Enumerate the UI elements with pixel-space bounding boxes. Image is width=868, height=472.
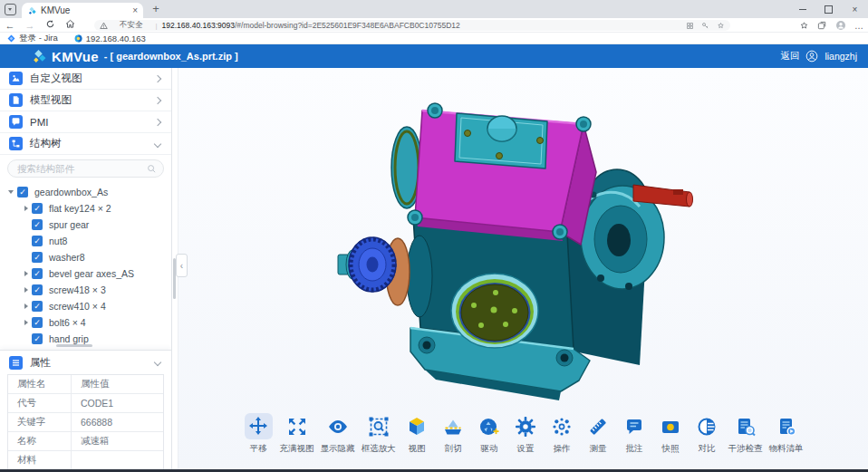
- gearbox-3d-model[interactable]: [336, 77, 708, 414]
- caret-right-icon[interactable]: [22, 204, 32, 213]
- checkbox[interactable]: [32, 268, 43, 279]
- tool-label: 批注: [626, 443, 643, 455]
- bom-list-icon: [772, 413, 800, 439]
- sidebar-item-label: 模型视图: [30, 93, 155, 107]
- model-views-icon: [9, 93, 23, 107]
- property-name: 材料: [8, 451, 72, 469]
- window-minimize-icon[interactable]: [789, 0, 815, 18]
- bookmark-site[interactable]: 192.168.40.163: [74, 34, 146, 43]
- tool-label: 驱动: [481, 443, 498, 455]
- tool-show-hide[interactable]: 显示隐藏: [321, 413, 355, 455]
- model-viewport[interactable]: 平移 充满视图 显示隐藏 框选放大 视图: [178, 68, 868, 469]
- tool-label: 充满视图: [280, 443, 314, 455]
- tree-item[interactable]: spur gear: [0, 217, 171, 233]
- tree-item[interactable]: screw418 × 3: [0, 282, 171, 298]
- sidebar-item-structure-tree[interactable]: 结构树: [0, 133, 171, 155]
- refresh-icon[interactable]: [40, 19, 60, 31]
- browser-navbar: ← → 不安全 | 192.168.40.163:9093/#/model-br…: [0, 18, 868, 33]
- caret-right-icon[interactable]: [22, 285, 32, 294]
- checkbox[interactable]: [17, 187, 28, 197]
- user-avatar-icon[interactable]: [805, 50, 818, 63]
- favorite-star-icon[interactable]: [717, 22, 725, 30]
- property-value: CODE1: [72, 394, 163, 412]
- caret-right-icon[interactable]: [22, 302, 32, 311]
- tree-item[interactable]: bevel gear axes_AS: [0, 265, 171, 282]
- sidebar-item-custom-views[interactable]: 自定义视图: [0, 68, 171, 90]
- tool-snapshot[interactable]: 快照: [656, 413, 686, 455]
- caret-placeholder: [22, 236, 32, 246]
- caret-down-icon[interactable]: [7, 188, 17, 197]
- checkbox[interactable]: [32, 317, 43, 328]
- chevron-right-icon: [154, 118, 161, 125]
- tool-view[interactable]: 视图: [402, 413, 432, 455]
- tool-drive[interactable]: 驱动: [475, 413, 505, 455]
- tool-label: 框选放大: [362, 443, 396, 455]
- caret-right-icon[interactable]: [22, 269, 32, 278]
- checkbox[interactable]: [32, 203, 43, 214]
- horizontal-scrollbar[interactable]: [56, 344, 92, 347]
- checkbox[interactable]: [32, 284, 43, 295]
- column-header: 属性值: [72, 375, 163, 393]
- profile-avatar[interactable]: [835, 20, 846, 31]
- sidebar-item-label: PMI: [30, 117, 155, 128]
- checkbox[interactable]: [32, 333, 43, 344]
- column-header: 属性名: [8, 375, 72, 393]
- back-button[interactable]: 返回: [780, 50, 799, 63]
- home-icon[interactable]: [60, 19, 80, 31]
- bookmarks-bar: 登录 - Jira 192.168.40.163: [0, 33, 868, 44]
- structure-tree-icon: [9, 137, 23, 150]
- collections-icon[interactable]: [817, 21, 827, 31]
- tool-measure[interactable]: 测量: [583, 413, 613, 455]
- checkbox[interactable]: [32, 252, 43, 263]
- tool-annotate[interactable]: 批注: [620, 413, 650, 455]
- view-cube-icon: [403, 413, 431, 439]
- browser-menu-icon[interactable]: …: [854, 21, 864, 31]
- checkbox[interactable]: [32, 236, 43, 246]
- favorites-bar-star-icon[interactable]: [799, 21, 809, 31]
- username[interactable]: liangzhj: [825, 51, 857, 62]
- tree-item[interactable]: bolt6 × 4: [0, 314, 171, 331]
- app-name: KMVue: [52, 49, 99, 64]
- tool-pan[interactable]: 平移: [244, 413, 274, 455]
- fit-view-icon: [283, 413, 311, 439]
- sidebar-item-model-views[interactable]: 模型视图: [0, 90, 171, 111]
- tool-interference-check[interactable]: 干涉检查: [728, 413, 763, 455]
- tool-bom[interactable]: 物料清单: [769, 413, 804, 455]
- forward-icon[interactable]: →: [20, 20, 40, 31]
- tool-box-zoom[interactable]: 框选放大: [362, 413, 396, 455]
- password-key-icon[interactable]: [701, 22, 709, 30]
- tool-operate[interactable]: 操作: [547, 413, 577, 455]
- search-input[interactable]: [7, 159, 164, 178]
- tree-item[interactable]: screw410 × 4: [0, 298, 171, 314]
- table-row: 关键字 666888: [8, 413, 163, 432]
- snapshot-icon: [657, 413, 685, 439]
- search-icon: [147, 164, 157, 174]
- tree-item[interactable]: flat key124 × 2: [0, 200, 171, 217]
- tab-actions-icon[interactable]: [5, 4, 16, 15]
- tool-settings[interactable]: 设置: [511, 413, 541, 455]
- caret-right-icon[interactable]: [22, 318, 32, 327]
- tool-label: 对比: [699, 443, 716, 455]
- separator: |: [156, 22, 158, 30]
- window-maximize-icon[interactable]: [815, 0, 842, 18]
- sidebar-item-pmi[interactable]: PMI: [0, 111, 171, 133]
- address-bar[interactable]: 不安全 | 192.168.40.163:9093/#/model-browsi…: [94, 20, 730, 31]
- chevron-down-icon[interactable]: [154, 359, 161, 366]
- tool-section[interactable]: 剖切: [439, 413, 468, 455]
- tree-item[interactable]: washer8: [0, 249, 171, 265]
- checkbox[interactable]: [32, 301, 43, 312]
- tool-compare[interactable]: 对比: [692, 413, 722, 455]
- back-icon[interactable]: ←: [0, 20, 20, 31]
- bookmark-jira[interactable]: 登录 - Jira: [7, 33, 58, 44]
- tree-item-label: washer8: [49, 252, 85, 263]
- url-host: 192.168.40.163:9093: [162, 21, 235, 30]
- chevron-right-icon: [154, 74, 161, 82]
- sidebar-collapse-button[interactable]: ‹: [176, 254, 188, 277]
- checkbox[interactable]: [32, 219, 43, 230]
- tree-item[interactable]: nut8: [0, 233, 171, 249]
- tool-fit-view[interactable]: 充满视图: [280, 413, 314, 455]
- tree-item-label: geardownbox_As: [34, 187, 108, 197]
- window-close-icon[interactable]: ×: [842, 0, 868, 18]
- tree-item[interactable]: geardownbox_As: [0, 184, 171, 200]
- page-tools-icon[interactable]: [686, 22, 694, 30]
